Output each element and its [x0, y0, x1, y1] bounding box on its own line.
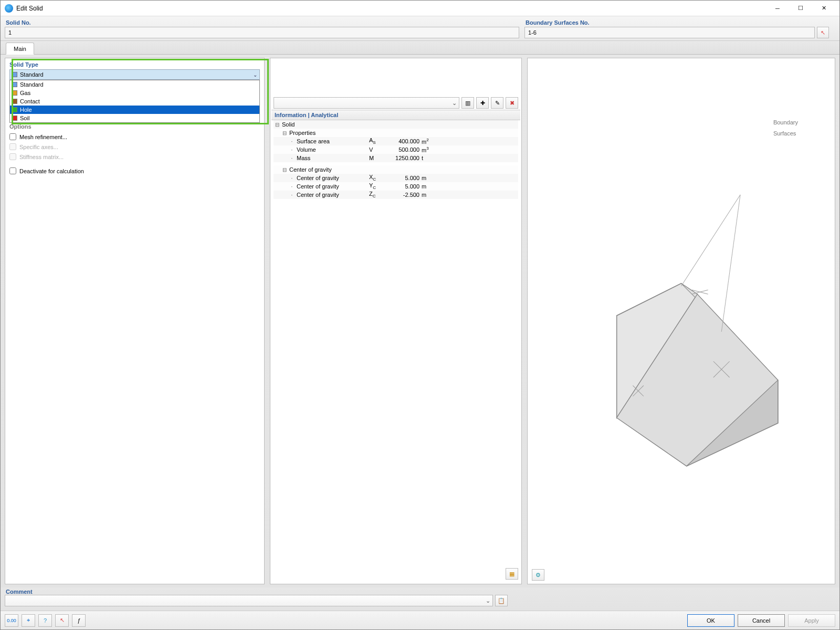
toolbar-btn-edit[interactable]: ✎	[491, 97, 503, 109]
apply-button: Apply	[788, 614, 835, 627]
tab-main[interactable]: Main	[6, 43, 34, 55]
comment-insert-button[interactable]: 📋	[495, 595, 508, 606]
app-icon	[5, 4, 13, 13]
mesh-refinement-checkbox[interactable]	[9, 133, 16, 140]
minimize-button[interactable]: ─	[766, 1, 789, 16]
specific-axes-checkbox	[9, 143, 16, 150]
top-fields: Solid No. Boundary Surfaces No. ↖	[1, 16, 839, 41]
expand-icon[interactable]: ⊟	[281, 167, 288, 173]
property-tree: ⊟Solid ⊟Properties ·Surface areaAS400.00…	[271, 120, 520, 201]
footer-btn-coord[interactable]: ⌖	[22, 614, 35, 627]
type-option-standard[interactable]: Standard	[10, 80, 259, 89]
help-icon: ?	[44, 617, 47, 624]
footer-btn-script[interactable]: ƒ	[72, 614, 86, 627]
options-label: Options	[9, 123, 261, 130]
solid-type-select[interactable]: Standard ⌄	[9, 69, 260, 80]
expand-icon[interactable]: ⊟	[281, 130, 288, 136]
stiffness-matrix-checkbox	[9, 153, 16, 160]
solid-type-dropdown: Standard Gas Contact Hole Soil	[9, 80, 260, 123]
solid-no-label: Solid No.	[5, 19, 519, 26]
left-panel: Solid Type Standard ⌄ Standard Gas Conta…	[5, 58, 265, 584]
toolbar-btn-library[interactable]: ▥	[461, 97, 474, 109]
toolbar-btn-new[interactable]: ✚	[476, 97, 489, 109]
ok-button[interactable]: OK	[687, 614, 734, 627]
boundary-input[interactable]	[524, 27, 815, 38]
footer-btn-help[interactable]: ?	[38, 614, 52, 627]
axes-icon: ⌖	[27, 617, 30, 624]
delete-icon: ✖	[510, 100, 514, 107]
comment-area: Comment ⌄ 📋	[1, 587, 839, 611]
titlebar: Edit Solid ─ ☐ ✕	[1, 1, 839, 16]
solid-diagram	[531, 61, 832, 581]
chevron-down-icon: ⌄	[253, 72, 257, 78]
mid-options-button[interactable]: ▦	[506, 568, 518, 580]
svg-line-13	[681, 195, 741, 286]
boundary-pick-button[interactable]: ↖	[817, 27, 829, 38]
units-icon: 0.00	[7, 618, 16, 623]
cancel-button[interactable]: Cancel	[738, 614, 785, 627]
settings-icon: ⚙	[536, 572, 541, 579]
footer: 0.00 ⌖ ? ↖ ƒ OK Cancel Apply	[1, 611, 839, 629]
window-title: Edit Solid	[16, 5, 766, 12]
pointer-icon: ↖	[821, 29, 825, 36]
solid-type-selected: Standard	[20, 71, 44, 78]
insert-icon: 📋	[498, 597, 505, 604]
swatch-icon	[12, 90, 17, 96]
toolbar-btn-delete[interactable]: ✖	[506, 97, 518, 109]
book-icon: ▥	[465, 100, 470, 107]
grid-icon: ▦	[509, 571, 514, 578]
footer-btn-pick[interactable]: ↖	[55, 614, 69, 627]
swatch-icon	[12, 72, 17, 77]
swatch-icon	[12, 82, 17, 87]
swatch-icon	[12, 107, 17, 112]
mid-toolbar: ⌄ ▥ ✚ ✎ ✖	[271, 97, 520, 110]
script-icon: ƒ	[77, 617, 80, 624]
type-option-contact[interactable]: Contact	[10, 97, 259, 106]
deactivate-check[interactable]: Deactivate for calculation	[8, 166, 261, 176]
chevron-down-icon: ⌄	[452, 100, 457, 107]
chevron-down-icon: ⌄	[486, 597, 490, 604]
comment-combo[interactable]: ⌄	[5, 595, 493, 606]
info-header: Information | Analytical	[271, 110, 520, 120]
mesh-refinement-check[interactable]: Mesh refinement...	[8, 132, 261, 142]
footer-btn-units[interactable]: 0.00	[5, 614, 18, 627]
diagram-label: BoundarySurfaces	[773, 116, 798, 138]
tabs-bar: Main	[1, 41, 839, 55]
material-combo[interactable]: ⌄	[274, 97, 459, 109]
svg-line-14	[721, 195, 740, 332]
right-settings-button[interactable]: ⚙	[532, 569, 544, 581]
swatch-icon	[12, 116, 17, 121]
maximize-button[interactable]: ☐	[789, 1, 812, 16]
solid-type-label: Solid Type	[9, 61, 261, 68]
boundary-label: Boundary Surfaces No.	[524, 19, 829, 26]
edit-icon: ✎	[495, 100, 500, 107]
type-option-hole[interactable]: Hole	[10, 106, 259, 114]
right-panel: BoundarySurfaces	[527, 58, 835, 584]
mid-panel: ⌄ ▥ ✚ ✎ ✖ Information | Analytical ⊟Soli…	[270, 58, 522, 584]
expand-icon[interactable]: ⊟	[274, 122, 281, 128]
type-option-soil[interactable]: Soil	[10, 114, 259, 122]
close-button[interactable]: ✕	[812, 1, 835, 16]
new-icon: ✚	[480, 100, 485, 107]
solid-no-input[interactable]	[5, 27, 519, 38]
comment-label: Comment	[5, 589, 835, 595]
pick-icon: ↖	[60, 617, 65, 624]
specific-axes-check: Specific axes...	[8, 142, 261, 152]
stiffness-matrix-check: Stiffness matrix...	[8, 152, 261, 162]
type-option-gas[interactable]: Gas	[10, 89, 259, 97]
swatch-icon	[12, 99, 17, 104]
deactivate-checkbox[interactable]	[9, 167, 16, 174]
